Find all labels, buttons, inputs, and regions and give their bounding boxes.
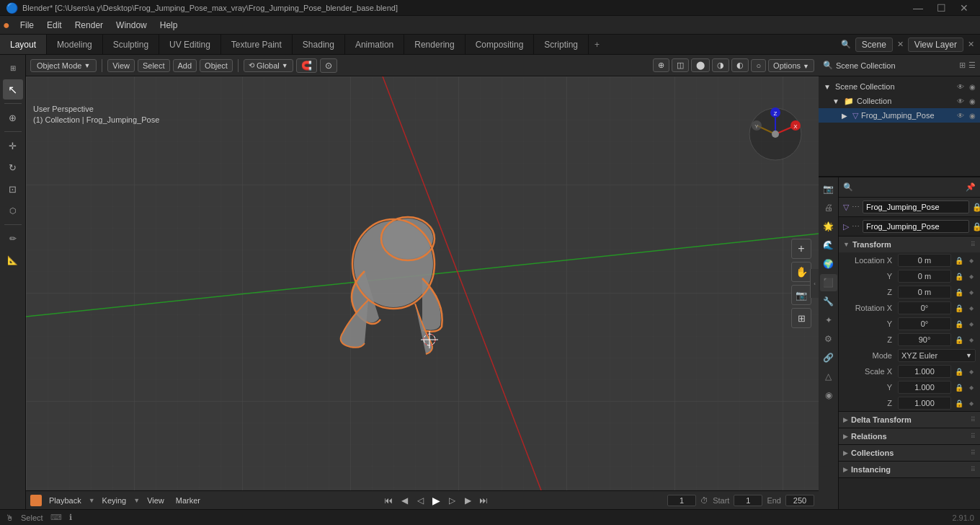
options-button[interactable]: Options ▼ — [768, 59, 814, 72]
rendered-mode[interactable]: ◐ — [731, 58, 749, 72]
rotate-tool[interactable]: ↻ — [3, 157, 23, 177]
output-props-icon[interactable]: 🖨 — [820, 199, 837, 216]
data-props-icon[interactable]: △ — [820, 368, 837, 385]
world-props-icon[interactable]: 🌍 — [820, 255, 837, 273]
menu-edit[interactable]: Edit — [41, 19, 68, 32]
location-x-field[interactable]: 0 m — [898, 254, 951, 267]
navigation-gizmo[interactable]: X Y Z — [747, 105, 804, 163]
outliner-row-scene-collection[interactable]: ▼ Scene Collection 👁 ◉ — [819, 79, 980, 94]
rotation-z-field[interactable]: 90° — [898, 333, 951, 346]
next-keyframe-button[interactable]: ▷ — [445, 493, 459, 508]
view-menu-timeline[interactable]: View — [143, 495, 169, 506]
timeline-icon[interactable] — [30, 495, 42, 506]
menu-window[interactable]: Window — [110, 19, 153, 32]
scene-options-icon[interactable]: ✕ — [897, 40, 904, 49]
tab-animation[interactable]: Animation — [345, 35, 404, 54]
prev-frame-button[interactable]: ◀ — [397, 493, 411, 508]
viewport-3d[interactable]: User Perspective (1) Collection | Frog_J… — [26, 76, 819, 490]
panel-collapse-button[interactable]: ‹ — [810, 269, 819, 298]
snap-button[interactable]: 🧲 — [296, 58, 317, 73]
scale-y-lock-icon[interactable]: 🔒 — [954, 384, 964, 392]
collections-header[interactable]: ▶ Collections ⠿ — [839, 445, 980, 461]
menu-help[interactable]: Help — [154, 19, 184, 32]
collection-eye-icon[interactable]: 👁 — [956, 97, 966, 105]
modifier-props-icon[interactable]: 🔧 — [820, 293, 837, 310]
scale-tool[interactable]: ⊡ — [3, 179, 23, 199]
solid-mode[interactable]: ⬤ — [691, 58, 710, 72]
tab-compositing[interactable]: Compositing — [466, 35, 535, 54]
playback-menu[interactable]: Playback — [45, 495, 86, 506]
blender-menu-icon[interactable]: ● — [3, 19, 10, 32]
scale-z-lock-icon[interactable]: 🔒 — [954, 400, 964, 407]
keying-menu[interactable]: Keying — [98, 495, 131, 506]
current-frame-input[interactable] — [667, 495, 696, 506]
filter-icon[interactable]: ⊞ — [959, 61, 966, 70]
menu-render[interactable]: Render — [69, 19, 109, 32]
rotation-x-lock-icon[interactable]: 🔒 — [954, 304, 964, 312]
object-props-icon[interactable]: ⬛ — [820, 274, 837, 291]
scale-z-field[interactable]: 1.000 — [898, 397, 951, 410]
transform-section-header[interactable]: ▼ Transform ⠿ — [839, 237, 980, 252]
annotate-tool[interactable]: ✏ — [3, 229, 23, 249]
tab-shading[interactable]: Shading — [293, 35, 345, 54]
rotation-y-keyframe-icon[interactable]: ◆ — [967, 321, 976, 327]
location-x-keyframe-icon[interactable]: ◆ — [967, 257, 976, 264]
xray-button[interactable]: ◫ — [672, 58, 689, 72]
scale-z-keyframe-icon[interactable]: ◆ — [967, 400, 976, 407]
tab-texture-paint[interactable]: Texture Paint — [221, 35, 293, 54]
search-icon[interactable]: 🔍 — [823, 61, 833, 70]
rotation-z-keyframe-icon[interactable]: ◆ — [967, 337, 976, 343]
frog-render-icon[interactable]: ◉ — [967, 112, 977, 120]
pin-icon[interactable]: 📌 — [966, 182, 976, 192]
delta-transform-header[interactable]: ▶ Delta Transform ⠿ — [839, 412, 980, 428]
tab-rendering[interactable]: Rendering — [404, 35, 465, 54]
minimize-button[interactable]: — — [911, 2, 925, 14]
rotation-z-lock-icon[interactable]: 🔒 — [954, 336, 964, 344]
location-z-lock-icon[interactable]: 🔒 — [954, 288, 964, 296]
rotation-x-field[interactable]: 0° — [898, 301, 951, 314]
tab-sculpting[interactable]: Sculpting — [103, 35, 159, 54]
frog-eye-icon[interactable]: 👁 — [956, 112, 966, 120]
physics-props-icon[interactable]: ⚙ — [820, 330, 837, 348]
cursor-tool[interactable]: ⊕ — [3, 107, 23, 128]
rotation-y-lock-icon[interactable]: 🔒 — [954, 320, 964, 328]
object-mode-button[interactable]: Object Mode ▼ — [30, 59, 97, 72]
location-z-keyframe-icon[interactable]: ◆ — [967, 289, 976, 296]
transform-orientation[interactable]: ⟲ Global ▼ — [244, 59, 293, 72]
viewlayer-options-icon[interactable]: ✕ — [968, 40, 974, 49]
camera-button[interactable]: 📷 — [791, 285, 811, 305]
outliner-row-collection[interactable]: ▼ 📁 Collection 👁 ◉ — [819, 94, 980, 108]
keying-dropdown-icon[interactable]: ▼ — [133, 497, 140, 504]
rotation-mode-select[interactable]: XYZ Euler ▼ — [898, 349, 976, 362]
next-frame-button[interactable]: ▶ — [460, 493, 475, 508]
data-lock-icon[interactable]: 🔒 — [972, 222, 980, 231]
object-name-field[interactable]: Frog_Jumping_Pose — [863, 200, 969, 213]
outliner-row-frog[interactable]: ▶ ▽ Frog_Jumping_Pose 👁 ◉ — [819, 108, 980, 123]
tab-uv-editing[interactable]: UV Editing — [159, 35, 221, 54]
constraints-props-icon[interactable]: 🔗 — [820, 349, 837, 366]
collection-render-icon[interactable]: ◉ — [967, 97, 977, 105]
name-lock-icon[interactable]: 🔒 — [972, 203, 980, 212]
object-data-field[interactable]: Frog_Jumping_Pose — [863, 220, 969, 233]
marker-menu[interactable]: Marker — [172, 495, 205, 506]
close-button[interactable]: ✕ — [957, 2, 971, 14]
tab-modeling[interactable]: Modeling — [47, 35, 103, 54]
tab-layout[interactable]: Layout — [0, 35, 47, 54]
search-props-icon[interactable]: 🔍 — [843, 182, 853, 192]
scale-y-field[interactable]: 1.000 — [898, 381, 951, 394]
material-props-icon[interactable]: ◉ — [820, 387, 837, 404]
location-y-keyframe-icon[interactable]: ◆ — [967, 273, 976, 280]
render-props-icon[interactable]: 📷 — [820, 180, 837, 198]
move-tool[interactable]: ✛ — [3, 136, 23, 156]
eevee-mode[interactable]: ○ — [751, 59, 766, 72]
relations-header[interactable]: ▶ Relations ⠿ — [839, 428, 980, 444]
object-menu[interactable]: Object — [200, 59, 233, 72]
material-mode[interactable]: ◑ — [712, 58, 729, 72]
location-x-lock-icon[interactable]: 🔒 — [954, 257, 964, 265]
select-menu[interactable]: Select — [138, 59, 170, 72]
zoom-in-button[interactable]: + — [791, 239, 811, 259]
render-icon[interactable]: ◉ — [967, 83, 977, 91]
grab-tool-button[interactable]: ✋ — [791, 262, 811, 282]
scale-x-field[interactable]: 1.000 — [898, 365, 951, 378]
playback-dropdown-icon[interactable]: ▼ — [89, 497, 95, 504]
